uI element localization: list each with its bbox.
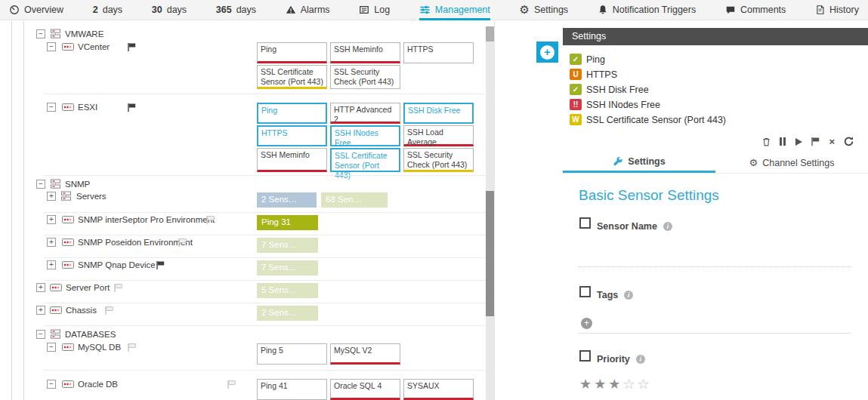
sensor-box[interactable]: HTTP Advanced 2 (330, 103, 400, 124)
sensor-box[interactable]: SSH Meminfo (330, 42, 400, 63)
sensor-badge[interactable]: Ping 31 (257, 215, 318, 230)
filled-stars[interactable]: ★★★ (579, 377, 622, 392)
expand-toggle[interactable] (47, 215, 56, 224)
sensor-box[interactable]: SSL Security Check (Port 443) (403, 148, 474, 172)
sensor-box[interactable]: Ping 41 (257, 379, 327, 400)
priority-star-rating[interactable]: ★★★☆☆ (579, 376, 652, 392)
collapse-toggle[interactable] (47, 42, 56, 51)
device-label[interactable]: SNMP interSeptor Pro Environment (78, 215, 215, 224)
sensor-box[interactable]: Oracle SQL 4 (330, 379, 400, 400)
sensor-box[interactable]: SSH INodes Free (330, 125, 400, 146)
sensor-name-checkbox[interactable] (579, 217, 591, 229)
flag-icon[interactable] (156, 260, 165, 270)
tab-sensor-settings[interactable]: Settings (563, 152, 715, 173)
tab-log[interactable]: Log (359, 0, 390, 20)
empty-stars[interactable]: ☆☆ (622, 377, 651, 392)
flag-icon[interactable] (811, 137, 820, 146)
sensor-count-badge[interactable]: 7 Sens… (257, 238, 318, 253)
flag-icon[interactable] (127, 343, 137, 352)
sensor-box[interactable]: Ping (257, 42, 327, 63)
sensor-count-badge[interactable]: 5 Sens… (257, 283, 318, 298)
sensor-box[interactable]: MySQL V2 (330, 343, 400, 365)
group-label[interactable]: DATABASES (65, 330, 116, 339)
sensor-count-badge[interactable]: 2 Sens… (257, 192, 317, 208)
info-icon[interactable] (663, 222, 672, 231)
delete-icon[interactable] (761, 137, 771, 147)
tab-notification-triggers[interactable]: Notification Triggers (598, 0, 696, 20)
selected-sensor-item[interactable]: ✓ SSH Disk Free (570, 84, 649, 95)
tab-30-days[interactable]: 30 days (152, 0, 187, 20)
expand-toggle[interactable] (47, 260, 56, 269)
collapse-toggle[interactable] (36, 29, 45, 38)
group-label[interactable]: VMWARE (65, 29, 103, 38)
sensor-count-badge[interactable]: 2 Sens… (257, 306, 318, 321)
scrollbar-segment[interactable] (486, 26, 494, 42)
selected-sensor-item[interactable]: !! SSH INodes Free (570, 99, 660, 110)
tags-checkbox[interactable] (579, 286, 591, 297)
tab-2-days[interactable]: 2 days (93, 0, 122, 20)
device-label[interactable]: VCenter (78, 42, 110, 51)
sensor-box[interactable]: SSL Certificate Sensor (Port 443) (330, 148, 400, 172)
pause-icon[interactable] (780, 137, 787, 146)
tab-settings[interactable]: Settings (519, 0, 568, 20)
flag-icon[interactable] (205, 215, 215, 225)
device-label[interactable]: ESXI (78, 103, 97, 112)
sensor-box[interactable]: HTTPS (403, 42, 474, 63)
sensor-count-badge[interactable]: 68 Sen… (321, 192, 388, 208)
close-icon[interactable] (829, 137, 835, 146)
sensor-box[interactable]: Ping (257, 103, 327, 124)
sensor-box[interactable]: SSH Load Average (403, 125, 474, 146)
sensor-box[interactable]: SSH Disk Free (403, 103, 474, 124)
selected-sensor-item[interactable]: U HTTPS (570, 69, 617, 80)
collapse-toggle[interactable] (47, 103, 56, 112)
sensor-box[interactable]: HTTPS (257, 125, 327, 146)
add-tag-icon[interactable] (581, 318, 592, 329)
tree-scrollbar[interactable] (486, 26, 494, 400)
group-label[interactable]: SNMP (65, 180, 90, 189)
sensor-box[interactable]: SSH Meminfo (257, 148, 327, 172)
expand-toggle[interactable] (47, 238, 56, 247)
priority-checkbox[interactable] (579, 350, 591, 362)
group-label[interactable]: Servers (76, 192, 107, 201)
tab-history[interactable]: History (815, 0, 859, 20)
selected-sensor-item[interactable]: W SSL Certificate Sensor (Port 443) (570, 114, 726, 125)
sensor-box[interactable]: SSL Security Check (Port 443) (330, 65, 400, 89)
device-label[interactable]: SNMP Poseidon Environment (78, 238, 193, 247)
flag-icon[interactable] (127, 42, 137, 52)
flag-icon[interactable] (113, 283, 123, 293)
tab-channel-settings[interactable]: Channel Settings (715, 152, 868, 173)
collapse-toggle[interactable] (36, 180, 45, 189)
info-icon[interactable] (624, 291, 633, 300)
flag-icon[interactable] (178, 238, 187, 248)
expand-toggle[interactable] (47, 192, 56, 201)
tab-management[interactable]: Management (419, 0, 490, 20)
sensor-count-badge[interactable]: 7 Sens… (257, 260, 318, 275)
tab-overview[interactable]: Overview (9, 0, 63, 20)
add-sensor-button[interactable] (536, 42, 558, 63)
collapse-toggle[interactable] (36, 330, 45, 339)
selected-sensor-item[interactable]: ✓ Ping (570, 54, 605, 65)
flag-icon[interactable] (104, 306, 114, 315)
flag-icon[interactable] (127, 103, 137, 112)
play-icon[interactable] (795, 138, 802, 146)
tab-label: Management (435, 5, 490, 15)
device-label[interactable]: Oracle DB (78, 380, 118, 389)
expand-toggle[interactable] (36, 306, 45, 315)
sensor-box[interactable]: SYSAUX (403, 379, 474, 400)
sensor-box[interactable]: Ping 5 (257, 343, 327, 365)
flag-icon[interactable] (227, 380, 236, 389)
info-icon[interactable] (636, 355, 645, 364)
collapse-toggle[interactable] (47, 343, 56, 352)
scrollbar-thumb[interactable] (486, 191, 494, 316)
tab-365-days[interactable]: 365 days (216, 0, 256, 20)
tab-comments[interactable]: Comments (725, 0, 786, 20)
tab-alarms[interactable]: Alarms (286, 0, 330, 20)
sensor-box[interactable]: SSL Certificate Sensor (Port 443) (257, 65, 327, 89)
device-label[interactable]: MySQL DB (78, 343, 121, 352)
device-label[interactable]: SNMP Qnap Device (78, 260, 156, 269)
collapse-toggle[interactable] (47, 380, 56, 389)
device-label[interactable]: Chassis (66, 306, 97, 315)
refresh-icon[interactable] (843, 136, 854, 147)
device-label[interactable]: Server Port (66, 283, 110, 292)
expand-toggle[interactable] (36, 283, 45, 292)
